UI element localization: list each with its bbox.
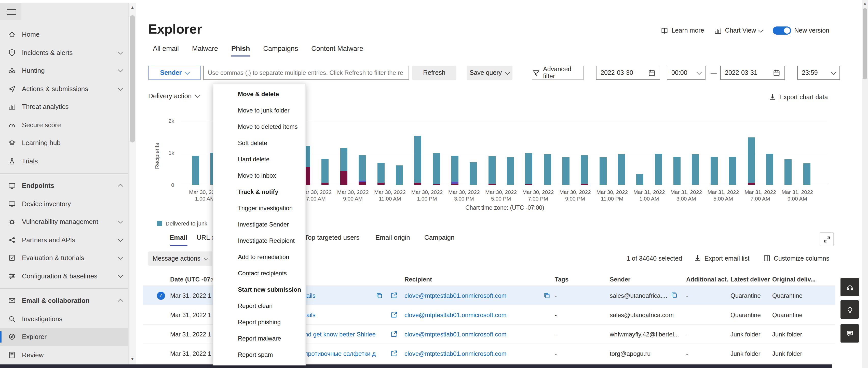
message-actions-button[interactable]: Message actions [148, 252, 212, 266]
help-button[interactable] [840, 278, 859, 296]
hamburger-menu-icon[interactable] [7, 9, 16, 15]
sidebar-item-trials[interactable]: Trials [0, 152, 128, 170]
tab-phish[interactable]: Phish [231, 45, 250, 57]
chart-bar[interactable] [488, 156, 495, 185]
sidebar-item-endpoints[interactable]: Endpoints [0, 177, 128, 195]
customize-columns-button[interactable]: Customize columns [763, 255, 829, 262]
tab-content-malware[interactable]: Content Malware [311, 45, 363, 57]
feedback-button[interactable] [840, 324, 859, 342]
row-checkbox[interactable] [157, 349, 165, 358]
sidebar-item-investigations[interactable]: Investigations [0, 310, 128, 328]
sidebar-item-partners-and-apis[interactable]: Partners and APIs [0, 231, 128, 249]
menu-item-hard-delete[interactable]: Hard delete [213, 151, 305, 167]
open-in-new-window-button[interactable] [390, 292, 398, 301]
subject-link[interactable]: противочные салфетки для [305, 350, 376, 357]
main-scroll-thumb[interactable] [863, 8, 867, 79]
chart-bar[interactable] [525, 154, 533, 185]
advanced-filter-button[interactable]: Advanced filter [532, 66, 584, 80]
column-header-original-deliv[interactable]: Original deliv... [770, 273, 835, 286]
delivery-action-dropdown[interactable]: Delivery action [148, 92, 199, 100]
chart-bar[interactable] [581, 155, 588, 185]
tips-button[interactable] [840, 300, 859, 319]
learn-more-button[interactable]: Learn more [661, 27, 704, 34]
chart-bar[interactable] [192, 156, 199, 185]
end-date-field[interactable]: 2022-03-31 [720, 66, 785, 80]
chart-bar[interactable] [655, 154, 662, 185]
open-in-new-window-button[interactable] [390, 350, 398, 359]
chart-bar[interactable] [507, 157, 514, 185]
menu-item-report-spam[interactable]: Report spam [213, 347, 305, 363]
copy-sender-button[interactable] [670, 291, 678, 300]
tab-campaigns[interactable]: Campaigns [264, 45, 298, 57]
sidebar-item-threat-analytics[interactable]: Threat analytics [0, 98, 128, 116]
menu-item-trigger-investigation[interactable]: Trigger investigation [213, 200, 305, 216]
subject-link[interactable]: tails [305, 292, 376, 299]
sidebar-item-home[interactable]: Home [0, 26, 128, 43]
subject-link[interactable]: nd get know better Shirleen [305, 331, 376, 338]
chart-bar[interactable] [470, 162, 477, 185]
chart-bar[interactable] [599, 157, 607, 185]
copy-subject-button[interactable] [375, 292, 383, 301]
sidebar-item-secure-score[interactable]: Secure score [0, 116, 128, 134]
sidebar-item-hunting[interactable]: Hunting [0, 62, 128, 80]
chart-bar[interactable] [396, 165, 403, 185]
chart-bar[interactable] [562, 157, 569, 185]
chart-bar[interactable] [729, 157, 736, 185]
menu-item-contact-recipients[interactable]: Contact recipients [213, 265, 305, 281]
tab-all-email[interactable]: All email [153, 45, 179, 57]
recipient-link[interactable]: clove@mtptestlab01.onmicrosoft.com [404, 350, 506, 357]
chart-bar[interactable] [544, 154, 551, 185]
refresh-button[interactable]: Refresh [412, 66, 457, 80]
expand-view-button[interactable] [819, 232, 834, 246]
chart-bar[interactable] [359, 155, 366, 185]
row-selected-checkbox[interactable]: ✓ [157, 291, 165, 300]
sender-filter-button[interactable]: Sender [148, 66, 201, 80]
menu-item-investigate-recipient[interactable]: Investigate Recipient [213, 233, 305, 249]
column-header-tags[interactable]: Tags [553, 273, 608, 286]
new-version-toggle[interactable] [773, 27, 791, 35]
menu-item-report-malware[interactable]: Report malware [213, 330, 305, 347]
sidebar-item-configuration-baselines[interactable]: Configuration & baselines [0, 267, 128, 285]
chart-bar[interactable] [766, 154, 773, 185]
sidebar-scrollbar[interactable]: ▲ ▼ [128, 3, 136, 364]
sidebar-item-evaluation-tutorials[interactable]: Evaluation & tutorials [0, 249, 128, 267]
sidebar-item-device-inventory[interactable]: Device inventory [0, 195, 128, 213]
menu-item-move-to-inbox[interactable]: Move to inbox [213, 167, 305, 184]
recipient-link[interactable]: clove@mtptestlab01.onmicrosoft.com [404, 311, 506, 319]
chart-bar[interactable] [618, 154, 625, 185]
chart-view-dropdown[interactable]: Chart View [714, 27, 763, 34]
tab-malware[interactable]: Malware [192, 45, 218, 57]
sidebar-item-vulnerability-management[interactable]: Vulnerability management [0, 213, 128, 231]
scroll-up-arrow[interactable]: ▲ [862, 2, 868, 5]
chart-bar[interactable] [711, 157, 718, 185]
scroll-up-arrow[interactable]: ▲ [129, 5, 136, 10]
column-header-sender[interactable]: Sender [608, 273, 684, 286]
main-scrollbar[interactable]: ▲ [862, 0, 868, 368]
export-chart-data-button[interactable]: Export chart data [769, 93, 828, 101]
chart-bar[interactable] [377, 163, 384, 185]
open-in-new-window-button[interactable] [390, 311, 398, 320]
chart-bar[interactable] [322, 159, 329, 185]
scroll-down-arrow[interactable]: ▼ [129, 357, 136, 361]
column-header-latest-deliver[interactable]: Latest deliver... [728, 273, 770, 286]
menu-item-investigate-sender[interactable]: Investigate Sender [213, 216, 305, 233]
chart-bar[interactable] [747, 138, 755, 185]
tab-email-origin[interactable]: Email origin [375, 234, 410, 246]
sidebar-item-email-collaboration[interactable]: Email & collaboration [0, 292, 128, 310]
column-header-additional-act[interactable]: Additional act... [684, 273, 728, 286]
subject-link[interactable]: tails [305, 311, 376, 319]
export-email-list-button[interactable]: Export email list [694, 255, 749, 262]
menu-item-report-clean[interactable]: Report clean [213, 298, 305, 314]
menu-item-move-to-junk-folder[interactable]: Move to junk folder [213, 102, 305, 119]
chart-bar[interactable] [451, 156, 459, 185]
chart-bar[interactable] [803, 163, 810, 185]
sidebar-item-actions-submissions[interactable]: Actions & submissions [0, 80, 128, 98]
tab-top-targeted-users[interactable]: Top targeted users [305, 234, 360, 246]
chart-bar[interactable] [692, 154, 699, 185]
end-time-dropdown[interactable]: 23:59 [797, 66, 840, 80]
sidebar-item-review[interactable]: Review [0, 346, 128, 364]
recipient-link[interactable]: clove@mtptestlab01.onmicrosoft.com [404, 292, 506, 299]
row-checkbox[interactable] [157, 311, 165, 319]
copy-recipient-button[interactable] [543, 292, 551, 301]
sidebar-scroll-thumb[interactable] [130, 15, 135, 142]
